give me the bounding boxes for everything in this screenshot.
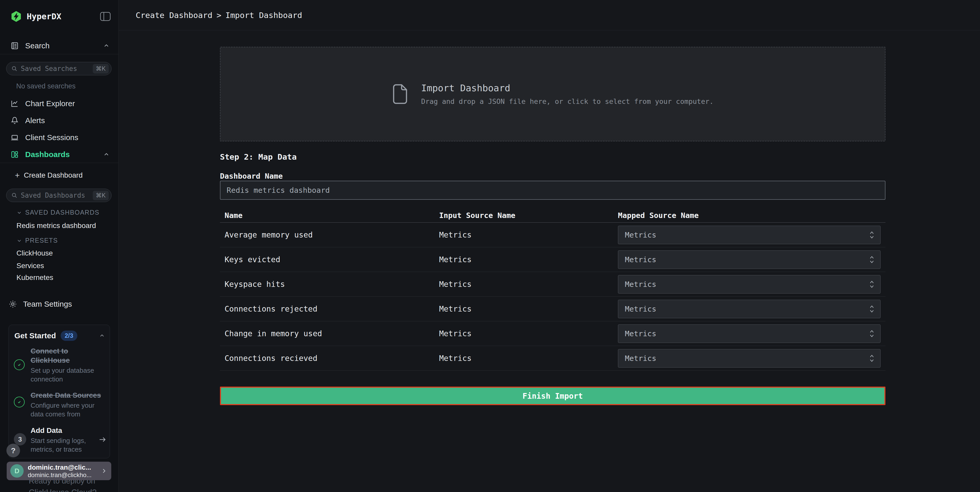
sidebar-search-label: Search — [25, 41, 49, 50]
preset-item-services[interactable]: Services — [16, 260, 44, 271]
dropzone-subtitle: Drag and drop a JSON file here, or click… — [421, 97, 714, 105]
select-chevrons-icon — [869, 255, 875, 264]
saved-searches-placeholder: Saved Searches — [21, 65, 93, 73]
top-bar: Create Dashboard > Import Dashboard — [119, 0, 980, 30]
team-settings-label: Team Settings — [23, 300, 72, 309]
mapped-source-select[interactable]: Metrics — [618, 325, 881, 343]
file-icon — [392, 84, 408, 104]
help-button[interactable]: ? — [6, 444, 20, 457]
user-info: dominic.tran@clic... dominic.tran@clickh… — [28, 463, 100, 479]
get-started-item-title: Add Data — [30, 426, 95, 435]
sidebar-item-dashboards[interactable]: Dashboards — [10, 146, 110, 163]
chevron-up-icon[interactable] — [103, 42, 110, 49]
sidebar-section-search[interactable]: Search — [10, 38, 110, 54]
chevron-up-icon[interactable] — [99, 333, 105, 339]
mapped-source-select[interactable]: Metrics — [618, 250, 881, 269]
sidebar-item-label: Chart Explorer — [25, 99, 75, 108]
shortcut-badge: ⌘K — [93, 191, 109, 200]
table-row: Keyspace hits Metrics Metrics — [220, 272, 885, 297]
select-chevrons-icon — [869, 304, 875, 314]
saved-dashboards-section-header[interactable]: SAVED DASHBOARDS — [16, 209, 99, 216]
mapped-source-select[interactable]: Metrics — [618, 300, 881, 318]
table-header: Name Input Source Name Mapped Source Nam… — [220, 208, 885, 223]
sidebar-collapse-icon[interactable] — [100, 12, 111, 21]
row-name: Average memory used — [220, 230, 439, 239]
mapped-source-value: Metrics — [625, 305, 869, 313]
user-account-chip[interactable]: D dominic.tran@clic... dominic.tran@clic… — [7, 462, 111, 480]
row-input-source: Metrics — [439, 354, 618, 363]
step-title: Step 2: Map Data — [220, 152, 885, 161]
table-row: Keys evicted Metrics Metrics — [220, 247, 885, 272]
get-started-item-subtitle: Set up your database connection — [30, 366, 104, 384]
create-dashboard-button[interactable]: + Create Dashboard — [15, 168, 83, 182]
finish-import-button[interactable]: Finish Import — [220, 387, 885, 405]
shortcut-badge: ⌘K — [93, 64, 109, 73]
dropzone-text: Import Dashboard Drag and drop a JSON fi… — [421, 83, 714, 105]
user-name: dominic.tran@clic... — [28, 463, 100, 471]
breadcrumb-import-dashboard: Import Dashboard — [225, 11, 302, 20]
mapped-source-select[interactable]: Metrics — [618, 226, 881, 244]
import-dropzone[interactable]: Import Dashboard Drag and drop a JSON fi… — [220, 47, 885, 142]
chevron-up-icon[interactable] — [103, 151, 110, 158]
hyperdx-logo-icon — [10, 11, 22, 22]
mapped-source-value: Metrics — [625, 280, 869, 289]
mapped-source-select[interactable]: Metrics — [618, 275, 881, 293]
sidebar-item-alerts[interactable]: Alerts — [10, 112, 110, 129]
select-chevrons-icon — [869, 230, 875, 240]
team-settings-button[interactable]: Team Settings — [8, 297, 110, 311]
table-row: Connections rejected Metrics Metrics — [220, 297, 885, 321]
table-row: Average memory used Metrics Metrics — [220, 223, 885, 247]
row-name: Change in memory used — [220, 329, 439, 338]
breadcrumb-separator: > — [216, 11, 221, 20]
dashboard-name-input[interactable] — [220, 181, 885, 200]
presets-section-header[interactable]: PRESETS — [16, 237, 58, 244]
main-content: Import Dashboard Drag and drop a JSON fi… — [119, 30, 980, 492]
mapped-source-select[interactable]: Metrics — [618, 349, 881, 368]
sidebar-item-client-sessions[interactable]: Client Sessions — [10, 129, 110, 146]
divider — [0, 54, 118, 54]
row-input-source: Metrics — [439, 230, 618, 239]
saved-dashboard-item[interactable]: Redis metrics dashboard — [16, 220, 96, 231]
sidebar: HyperDX Search Saved Searches ⌘K No sa — [0, 0, 119, 492]
journal-icon — [10, 41, 19, 50]
chart-line-icon — [10, 99, 19, 108]
check-circle-icon — [14, 359, 25, 370]
get-started-title: Get Started — [14, 331, 56, 340]
row-name: Keys evicted — [220, 255, 439, 264]
sidebar-item-label: Alerts — [25, 116, 45, 125]
create-dashboard-label: Create Dashboard — [24, 171, 83, 180]
sidebar-item-chart-explorer[interactable]: Chart Explorer — [10, 96, 110, 112]
breadcrumb-create-dashboard[interactable]: Create Dashboard — [136, 11, 213, 20]
row-name: Keyspace hits — [220, 280, 439, 289]
check-circle-icon — [14, 396, 25, 408]
app-title: HyperDX — [27, 11, 61, 21]
mapping-table: Average memory used Metrics Metrics Keys… — [220, 223, 885, 371]
arrow-right-icon[interactable] — [98, 435, 107, 444]
get-started-item-subtitle: Configure where your data comes from — [30, 401, 104, 419]
chevron-right-icon — [100, 467, 108, 474]
no-saved-searches-text: No saved searches — [16, 82, 76, 90]
user-email: dominic.tran@clickho... — [28, 471, 100, 479]
preset-item-clickhouse[interactable]: ClickHouse — [16, 248, 53, 259]
saved-dashboards-input[interactable]: Saved Dashboards ⌘K — [6, 189, 111, 202]
mapped-source-value: Metrics — [625, 255, 869, 264]
search-icon — [11, 65, 18, 72]
select-chevrons-icon — [869, 354, 875, 363]
get-started-item-connect: Connect to ClickHouse Set up your databa… — [30, 347, 104, 384]
search-icon — [11, 192, 18, 199]
get-started-card: Get Started 2/3 Connect to ClickHouse Se… — [8, 325, 110, 459]
table-row: Connections recieved Metrics Metrics — [220, 346, 885, 371]
mapped-source-value: Metrics — [625, 231, 869, 239]
chevron-down-icon — [16, 210, 22, 215]
preset-item-kubernetes[interactable]: Kubernetes — [16, 272, 53, 283]
select-chevrons-icon — [869, 280, 875, 289]
column-header-input-source: Input Source Name — [439, 211, 618, 220]
get-started-item-add-data[interactable]: Add Data Start sending logs, metrics, or… — [30, 426, 95, 454]
saved-searches-input[interactable]: Saved Searches ⌘K — [6, 62, 111, 75]
plus-icon: + — [15, 171, 20, 180]
gear-icon — [8, 299, 18, 309]
dashboard-name-label: Dashboard Name — [220, 172, 885, 180]
dashboard-layout-icon — [10, 150, 19, 159]
row-name: Connections rejected — [220, 304, 439, 313]
sidebar-header: HyperDX — [10, 9, 111, 24]
